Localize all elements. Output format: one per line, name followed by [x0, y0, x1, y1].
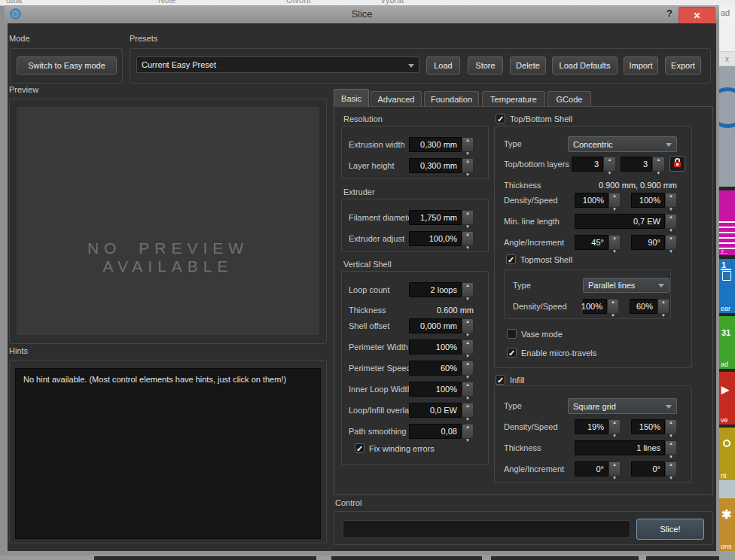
spin-up-icon[interactable] [465, 312, 470, 326]
filament-diameter-field[interactable]: 1,750 mm [409, 210, 462, 225]
topmost-shell-checkbox[interactable]: ✓ Topmost Shell [506, 254, 572, 264]
spin-up-icon[interactable] [465, 376, 470, 389]
infill-thickness-field[interactable]: 1 lines [575, 440, 665, 455]
tab-temperature[interactable]: Temperature [482, 91, 545, 107]
tab-gcode[interactable]: GCode [547, 91, 591, 107]
infill-speed-field[interactable]: 150% [631, 419, 665, 434]
tab-basic[interactable]: Basic [334, 89, 369, 107]
spin-up-icon[interactable] [465, 333, 470, 347]
spin-down-icon[interactable] [661, 306, 666, 320]
layer-height-spinner[interactable] [462, 158, 474, 173]
spin-up-icon[interactable] [669, 187, 673, 200]
bg-save-button[interactable]: ▶ ve [719, 372, 735, 425]
extrusion-width-field[interactable]: 0,300 mm [409, 137, 462, 152]
tab-advanced[interactable]: Advanced [371, 91, 422, 107]
export-button[interactable]: Export [665, 56, 701, 75]
tb-density-field[interactable]: 100% [575, 193, 608, 208]
help-button[interactable]: ? [666, 8, 672, 19]
infill-increment-spinner[interactable] [665, 461, 677, 476]
spin-down-icon[interactable] [608, 164, 612, 178]
inner-loop-width-field[interactable]: 100% [409, 382, 462, 397]
bottom-layers-field[interactable]: 3 [621, 157, 652, 172]
topmost-type-select[interactable]: Parallel lines [583, 278, 669, 293]
spin-up-icon[interactable] [612, 455, 617, 469]
checkbox-check-icon[interactable]: ✓ [506, 254, 516, 264]
slice-button[interactable]: Slice! [636, 519, 704, 540]
spin-up-icon[interactable] [669, 229, 673, 242]
infill-thickness-spinner[interactable] [665, 440, 677, 455]
infill-density-spinner[interactable] [608, 419, 621, 434]
spin-up-icon[interactable] [465, 204, 470, 218]
checkbox-check-icon[interactable] [507, 329, 517, 339]
layer-height-field[interactable]: 0,300 mm [409, 158, 462, 173]
tb-angle-field[interactable]: 45° [575, 235, 608, 250]
checkbox-check-icon[interactable]: ✓ [355, 443, 364, 453]
spin-up-icon[interactable] [612, 187, 617, 200]
spin-down-icon[interactable] [611, 306, 615, 320]
delete-button[interactable]: Delete [510, 56, 546, 75]
topmost-density-field[interactable]: 100% [583, 299, 607, 314]
spin-up-icon[interactable] [669, 208, 673, 221]
spin-up-icon[interactable] [465, 131, 470, 145]
tb-speed-spinner[interactable] [665, 193, 677, 208]
checkbox-check-icon[interactable]: ✓ [507, 348, 517, 358]
spin-down-icon[interactable] [669, 469, 673, 482]
tb-density-spinner[interactable] [608, 193, 621, 208]
spin-down-icon[interactable] [465, 166, 470, 179]
infill-density-field[interactable]: 19% [575, 419, 608, 434]
path-smoothing-spinner[interactable] [462, 424, 474, 439]
spin-down-icon[interactable] [612, 469, 617, 482]
import-button[interactable]: Import [624, 56, 658, 75]
dialog-titlebar[interactable]: Slice ? ✕ [5, 5, 719, 23]
spin-down-icon[interactable] [465, 431, 470, 445]
spin-down-icon[interactable] [612, 200, 617, 214]
spin-up-icon[interactable] [465, 276, 470, 290]
top-bottom-shell-checkbox[interactable]: ✓ Top/Bottom Shell [496, 114, 572, 123]
spin-down-icon[interactable] [669, 242, 673, 256]
bg-load-button[interactable]: 31 ad [719, 316, 735, 369]
spin-up-icon[interactable] [612, 413, 617, 427]
bg-mini-close-button[interactable]: x [719, 51, 735, 66]
perimeter-width-field[interactable]: 100% [409, 339, 462, 355]
tab-foundation[interactable]: Foundation [424, 91, 479, 107]
loop-count-spinner[interactable] [462, 282, 474, 297]
spin-up-icon[interactable] [465, 418, 470, 431]
checkbox-check-icon[interactable]: ✓ [496, 114, 505, 123]
perimeter-speed-spinner[interactable] [462, 361, 474, 376]
spin-down-icon[interactable] [465, 290, 470, 303]
bottom-layers-spinner[interactable] [652, 157, 665, 172]
spin-up-icon[interactable] [612, 229, 617, 242]
shell-offset-field[interactable]: 0,000 mm [409, 318, 462, 333]
topmost-speed-spinner[interactable] [657, 299, 669, 314]
top-layers-spinner[interactable] [603, 157, 616, 172]
spin-up-icon[interactable] [465, 152, 470, 166]
loop-infill-overlap-field[interactable]: 0,0 EW [409, 403, 462, 418]
spin-up-icon[interactable] [465, 225, 470, 239]
perimeter-width-spinner[interactable] [462, 339, 474, 355]
min-line-length-field[interactable]: 0,7 EW [575, 214, 665, 229]
close-button[interactable]: ✕ [679, 7, 715, 25]
top-layers-field[interactable]: 3 [572, 157, 603, 172]
tb-type-select[interactable]: Concentric [568, 136, 677, 152]
tb-increment-field[interactable]: 90° [631, 235, 665, 250]
enable-micro-travels-checkbox[interactable]: ✓ Enable micro-travels [507, 348, 596, 358]
infill-speed-spinner[interactable] [665, 419, 677, 434]
preset-select[interactable]: Current Easy Preset [136, 56, 419, 73]
spin-up-icon[interactable] [657, 151, 661, 164]
checkbox-check-icon[interactable]: ✓ [496, 375, 505, 385]
inner-loop-width-spinner[interactable] [462, 382, 474, 397]
spin-up-icon[interactable] [608, 151, 612, 164]
spin-up-icon[interactable] [669, 455, 673, 469]
tb-increment-spinner[interactable] [665, 235, 677, 250]
spin-down-icon[interactable] [612, 242, 617, 256]
infill-increment-field[interactable]: 0° [631, 461, 665, 476]
tb-speed-field[interactable]: 100% [631, 193, 665, 208]
spin-up-icon[interactable] [669, 434, 673, 448]
vase-mode-checkbox[interactable]: Vase mode [507, 329, 563, 339]
infill-checkbox[interactable]: ✓ Infill [496, 375, 525, 385]
infill-angle-field[interactable]: 0° [575, 461, 608, 476]
bg-options-button[interactable]: ✱ ons [719, 498, 735, 551]
bg-clear-button[interactable]: 1 ear [719, 259, 735, 313]
extruder-adjust-spinner[interactable] [462, 231, 474, 246]
shell-offset-spinner[interactable] [462, 318, 474, 333]
